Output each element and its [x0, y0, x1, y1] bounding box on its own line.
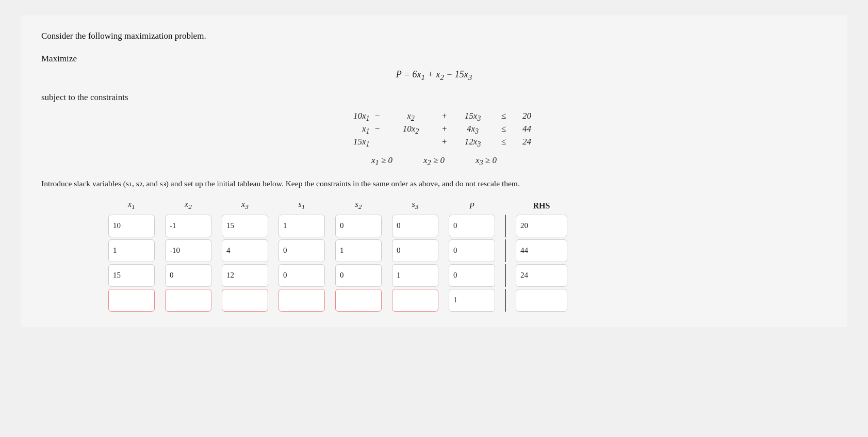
constraints-block: 10x1 − x2 + 15x3 ≤ 20 x1 − 10x2 + 4x3 ≤ …	[41, 111, 827, 150]
objective-function: P = 6x1 + x2 − 15x3	[41, 69, 827, 82]
cell-r1-rhs[interactable]	[516, 215, 567, 237]
slack-intro: Introduce slack variables (s₁, s₂, and s…	[41, 177, 827, 189]
col-header-x2: x2	[160, 200, 217, 211]
constraint-row-1: 10x1 − x2 + 15x3 ≤ 20	[329, 111, 540, 123]
cell-r4-P[interactable]	[449, 289, 495, 312]
cell-r4-s3[interactable]	[392, 289, 438, 312]
tableau-row-4	[103, 289, 827, 312]
col-header-s2: s2	[330, 200, 387, 211]
cell-r3-s3[interactable]	[392, 264, 438, 287]
cell-r3-s1[interactable]	[279, 264, 325, 287]
cell-r4-x3[interactable]	[222, 289, 268, 312]
maximize-label: Maximize	[41, 54, 827, 64]
cell-r3-x3[interactable]	[222, 264, 268, 287]
col-header-s3: s3	[387, 200, 444, 211]
cell-r2-s3[interactable]	[392, 239, 438, 262]
tableau-rows	[103, 215, 827, 312]
cell-r4-x1[interactable]	[108, 289, 155, 312]
cell-r3-rhs[interactable]	[516, 264, 567, 287]
tableau-row-1	[103, 215, 827, 237]
cell-r1-x1[interactable]	[108, 215, 155, 237]
subject-to-label: subject to the constraints	[41, 92, 827, 103]
cell-r1-x3[interactable]	[222, 215, 268, 237]
col-header-x1: x1	[103, 200, 160, 211]
col-header-rhs: RHS	[511, 201, 572, 211]
tableau-row-2	[103, 239, 827, 262]
divider-col-r3	[505, 264, 506, 287]
page-container: Consider the following maximization prob…	[21, 15, 847, 327]
cell-r2-rhs[interactable]	[516, 239, 567, 262]
cell-r4-rhs[interactable]	[516, 289, 567, 312]
col-header-x3: x3	[217, 200, 273, 211]
cell-r2-x1[interactable]	[108, 239, 155, 262]
cell-r3-x1[interactable]	[108, 264, 155, 287]
tableau-section: x1 x2 x3 s1 s2 s3 P RHS	[103, 200, 827, 311]
non-negativity: x1 ≥ 0 x2 ≥ 0 x3 ≥ 0	[41, 155, 827, 167]
col-header-s1: s1	[273, 200, 330, 211]
col-header-P: P	[444, 201, 500, 211]
cell-r2-x3[interactable]	[222, 239, 268, 262]
divider-col-r4	[505, 289, 506, 312]
cell-r1-s3[interactable]	[392, 215, 438, 237]
constraint-row-2: x1 − 10x2 + 4x3 ≤ 44	[329, 124, 540, 136]
tableau-row-3	[103, 264, 827, 287]
cell-r4-s1[interactable]	[279, 289, 325, 312]
cell-r2-P[interactable]	[449, 239, 495, 262]
cell-r3-s2[interactable]	[335, 264, 382, 287]
cell-r4-x2[interactable]	[165, 289, 211, 312]
cell-r3-x2[interactable]	[165, 264, 211, 287]
divider-col-r1	[505, 215, 506, 237]
constraint-row-3: 15x1 + 12x3 ≤ 24	[329, 137, 540, 149]
cell-r1-s2[interactable]	[335, 215, 382, 237]
intro-text: Consider the following maximization prob…	[41, 31, 827, 41]
cell-r2-s2[interactable]	[335, 239, 382, 262]
cell-r2-s1[interactable]	[279, 239, 325, 262]
cell-r1-x2[interactable]	[165, 215, 211, 237]
cell-r1-P[interactable]	[449, 215, 495, 237]
cell-r2-x2[interactable]	[165, 239, 211, 262]
cell-r4-s2[interactable]	[335, 289, 382, 312]
cell-r3-P[interactable]	[449, 264, 495, 287]
tableau-headers: x1 x2 x3 s1 s2 s3 P RHS	[103, 200, 827, 211]
divider-col-r2	[505, 239, 506, 262]
cell-r1-s1[interactable]	[279, 215, 325, 237]
